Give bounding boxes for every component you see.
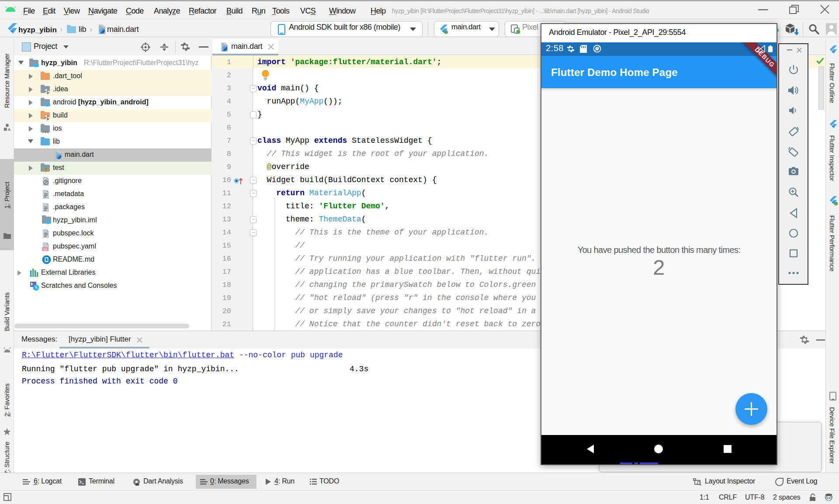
svg-text:YML: YML [42,248,48,251]
